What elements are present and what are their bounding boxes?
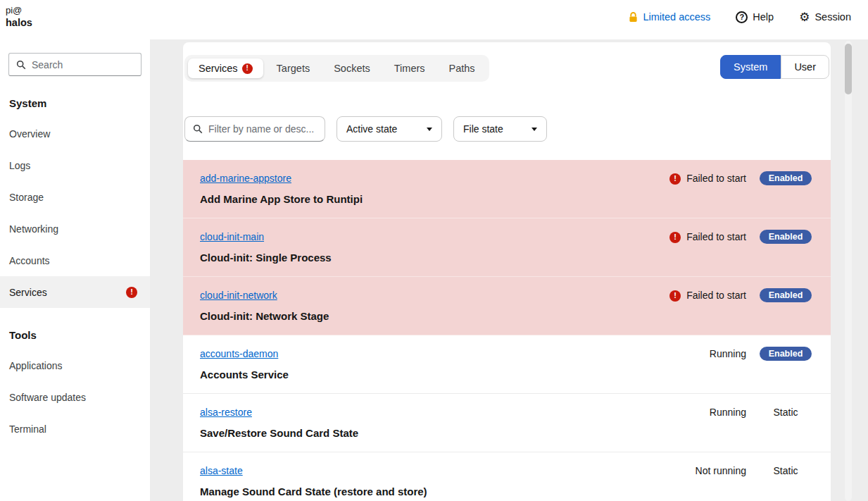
sidebar-item-terminal[interactable]: Terminal	[0, 413, 150, 445]
service-active-state: Not running	[627, 465, 746, 477]
service-active-state: !Failed to start	[627, 173, 746, 185]
sidebar-item-label: Networking	[9, 223, 137, 235]
host-switcher[interactable]: pi@ halos	[0, 0, 32, 39]
enabled-badge: Enabled	[760, 230, 812, 244]
help-label: Help	[753, 11, 774, 23]
service-name-link[interactable]: add-marine-appstore	[200, 173, 291, 184]
service-state-text: Running	[710, 407, 746, 419]
header-actions: Limited access ? Help ⚙ Session	[629, 0, 868, 39]
username-label: pi@	[6, 5, 32, 16]
active-state-label: Active state	[346, 123, 397, 135]
exclamation-circle-icon: !	[126, 287, 137, 298]
service-info: add-marine-appstoreAdd Marine App Store …	[200, 173, 627, 206]
service-row: cloud-init-networkCloud-init: Network St…	[183, 277, 831, 335]
service-description: Manage Sound Card State (restore and sto…	[200, 485, 627, 498]
top-header: pi@ halos Limited access ? Help ⚙ Sessio…	[0, 0, 868, 39]
service-file-state: Static	[757, 407, 814, 419]
service-info: cloud-init-mainCloud-init: Single Proces…	[200, 231, 627, 264]
sidebar-item-accounts[interactable]: Accounts	[0, 245, 150, 276]
service-file-state: Enabled	[757, 231, 814, 244]
sidebar-search-input[interactable]	[32, 59, 134, 70]
main-area: Services!TargetsSocketsTimersPaths Syste…	[150, 39, 868, 501]
tab-services[interactable]: Services!	[188, 58, 263, 78]
service-description: Cloud-init: Single Process	[200, 252, 627, 264]
file-state-select[interactable]: File state	[453, 116, 547, 142]
active-state-select[interactable]: Active state	[336, 116, 442, 142]
file-state-label: File state	[463, 123, 503, 135]
service-row: accounts-daemonAccounts ServiceRunningEn…	[183, 335, 831, 394]
tab-label: Sockets	[334, 63, 370, 74]
sidebar-nav: SystemOverviewLogsStorageNetworkingAccou…	[0, 97, 150, 445]
service-row: add-marine-appstoreAdd Marine App Store …	[183, 160, 831, 218]
question-circle-icon: ?	[736, 11, 748, 23]
sidebar-item-label: Storage	[9, 192, 137, 203]
scrollbar-thumb[interactable]	[845, 44, 852, 94]
scrollbar-track[interactable]	[845, 41, 852, 501]
hostname-label: halos	[6, 16, 32, 29]
sidebar-item-overview[interactable]: Overview	[0, 118, 150, 149]
tab-label: Paths	[449, 63, 475, 74]
scope-button-system[interactable]: System	[720, 55, 781, 79]
sidebar-item-applications[interactable]: Applications	[0, 350, 150, 381]
services-list: add-marine-appstoreAdd Marine App Store …	[183, 160, 831, 501]
tab-timers[interactable]: Timers	[384, 58, 436, 78]
limited-access-button[interactable]: Limited access	[629, 11, 710, 23]
service-file-state: Enabled	[757, 348, 814, 361]
sidebar-item-services[interactable]: Services!	[0, 276, 150, 308]
service-description: Accounts Service	[200, 369, 627, 381]
service-info: accounts-daemonAccounts Service	[200, 348, 627, 381]
service-active-state: Running	[627, 348, 746, 360]
sidebar-item-label: Software updates	[9, 392, 137, 403]
caret-down-icon	[532, 128, 537, 131]
caret-down-icon	[427, 128, 432, 131]
sidebar-item-label: Applications	[9, 360, 137, 371]
service-description: Cloud-init: Network Stage	[200, 310, 627, 323]
service-state-text: Failed to start	[686, 231, 746, 243]
static-label: Static	[773, 465, 798, 477]
scope-button-user[interactable]: User	[781, 55, 829, 79]
tab-label: Services	[199, 63, 238, 74]
service-row: alsa-restoreSave/Restore Sound Card Stat…	[183, 394, 831, 452]
tab-paths[interactable]: Paths	[439, 58, 486, 78]
service-state-text: Not running	[696, 465, 746, 477]
service-info: alsa-stateManage Sound Card State (resto…	[200, 465, 627, 498]
enabled-badge: Enabled	[760, 288, 812, 302]
session-menu-button[interactable]: ⚙ Session	[799, 11, 851, 23]
sidebar-item-software-updates[interactable]: Software updates	[0, 381, 150, 413]
sidebar: SystemOverviewLogsStorageNetworkingAccou…	[0, 39, 150, 501]
sidebar-item-storage[interactable]: Storage	[0, 181, 150, 213]
tab-targets[interactable]: Targets	[266, 58, 321, 78]
sidebar-item-networking[interactable]: Networking	[0, 213, 150, 245]
sidebar-section-title: Tools	[9, 329, 150, 341]
service-name-link[interactable]: accounts-daemon	[200, 348, 278, 359]
sidebar-item-label: Overview	[9, 128, 137, 140]
services-card: Services!TargetsSocketsTimersPaths Syste…	[183, 42, 831, 501]
service-description: Add Marine App Store to Runtipi	[200, 193, 627, 206]
service-name-link[interactable]: alsa-restore	[200, 407, 252, 418]
search-icon	[16, 60, 26, 70]
enabled-badge: Enabled	[760, 171, 812, 185]
service-active-state: Running	[627, 407, 746, 419]
name-filter[interactable]	[184, 116, 325, 142]
static-label: Static	[773, 407, 798, 419]
exclamation-circle-icon: !	[669, 232, 681, 243]
session-label: Session	[814, 11, 851, 23]
tab-sockets[interactable]: Sockets	[323, 58, 381, 78]
sidebar-search[interactable]	[8, 53, 141, 76]
service-name-link[interactable]: alsa-state	[200, 465, 243, 476]
sidebar-item-label: Terminal	[9, 423, 137, 435]
exclamation-circle-icon: !	[242, 63, 253, 74]
filter-bar: Active state File state	[184, 116, 829, 142]
service-name-link[interactable]: cloud-init-main	[200, 231, 264, 242]
exclamation-circle-icon: !	[669, 290, 681, 302]
sidebar-item-label: Logs	[9, 160, 137, 171]
service-active-state: !Failed to start	[627, 231, 746, 243]
help-menu-button[interactable]: ? Help	[736, 11, 774, 23]
sidebar-item-logs[interactable]: Logs	[0, 149, 150, 181]
service-name-link[interactable]: cloud-init-network	[200, 290, 277, 301]
name-filter-input[interactable]	[208, 123, 317, 135]
service-info: cloud-init-networkCloud-init: Network St…	[200, 290, 627, 323]
enabled-badge: Enabled	[760, 347, 812, 361]
tab-label: Targets	[277, 63, 310, 74]
service-info: alsa-restoreSave/Restore Sound Card Stat…	[200, 407, 627, 440]
